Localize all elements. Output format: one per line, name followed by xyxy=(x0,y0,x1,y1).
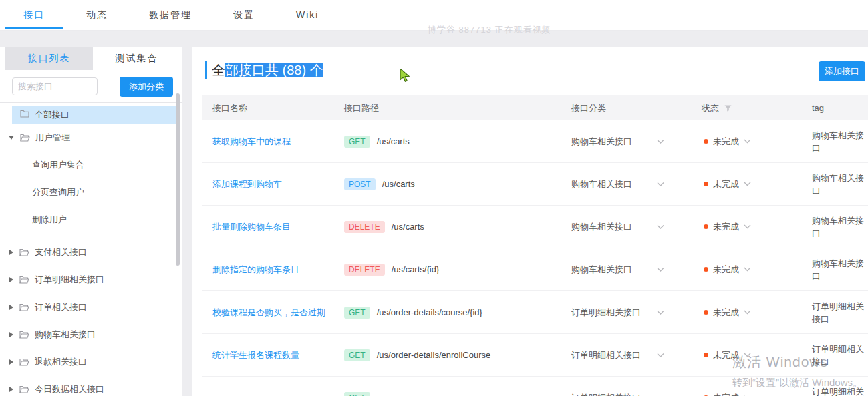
status-label: 未完成 xyxy=(713,264,739,276)
status-dropdown[interactable]: 未完成 xyxy=(704,221,751,233)
tree-group-order-details[interactable]: 订单明细相关接口 xyxy=(0,266,182,293)
nav-tab-interfaces[interactable]: 接口 xyxy=(23,0,45,30)
api-name-link[interactable]: 添加课程到购物车 xyxy=(212,178,282,190)
api-path: /us/order-details/enrollCourse xyxy=(377,350,491,360)
tree-group-label: 订单相关接口 xyxy=(35,301,87,313)
category-chevron-down-icon[interactable] xyxy=(657,353,664,357)
tree-group-orders[interactable]: 订单相关接口 xyxy=(0,293,182,321)
tree-group-cart[interactable]: 购物车相关接口 xyxy=(0,321,182,348)
status-filter-icon[interactable] xyxy=(724,104,732,114)
folder-icon xyxy=(20,110,29,120)
status-dropdown[interactable]: 未完成 xyxy=(704,349,751,361)
caret-right-icon[interactable] xyxy=(9,277,13,282)
tree-child-item[interactable]: 分页查询用户 xyxy=(0,178,182,206)
tree-item-label: 全部接口 xyxy=(35,109,69,121)
status-dot xyxy=(704,353,708,357)
nav-tab-wiki[interactable]: Wiki xyxy=(296,0,319,30)
sidebar-scrollbar-thumb[interactable] xyxy=(176,93,180,266)
method-badge: GET xyxy=(344,349,370,361)
interface-tree: 全部接口用户管理查询用户集合分页查询用户删除用户支付相关接口订单明细相关接口订单… xyxy=(0,103,182,396)
tree-child-item[interactable]: 删除用户 xyxy=(0,206,182,233)
api-path-cell: POST/us/carts xyxy=(344,178,415,190)
caret-right-icon[interactable] xyxy=(9,250,13,255)
api-name-link[interactable]: 统计学生报名课程数量 xyxy=(212,349,299,361)
caret-right-icon[interactable] xyxy=(9,359,13,365)
api-tag: 购物车相关接口 xyxy=(812,129,868,154)
tree-child-item[interactable]: 查询用户集合 xyxy=(0,151,182,178)
folder-icon xyxy=(19,385,29,393)
status-chevron-down-icon[interactable] xyxy=(744,353,751,357)
status-dropdown[interactable]: 未完成 xyxy=(704,307,751,319)
api-category: 购物车相关接口 xyxy=(571,221,632,233)
method-badge: DELETE xyxy=(344,221,385,233)
page-title-selected-text: 部接口共 (88) 个 xyxy=(225,63,323,77)
api-path: /us/carts xyxy=(377,136,410,146)
status-dot xyxy=(704,267,708,272)
add-category-button[interactable]: 添加分类 xyxy=(120,77,173,97)
status-label: 未完成 xyxy=(713,392,739,396)
category-chevron-down-icon[interactable] xyxy=(657,224,664,229)
sidebar: 接口列表 测试集合 添加分类 全部接口用户管理查询用户集合分页查询用户删除用户支… xyxy=(0,47,182,396)
page-title: 全部接口共 (88) 个 xyxy=(212,61,323,79)
nav-tab-dynamics[interactable]: 动态 xyxy=(86,0,108,30)
tree-spacer xyxy=(0,233,182,238)
method-badge: GET xyxy=(344,307,370,319)
caret-right-icon[interactable] xyxy=(9,387,13,392)
category-chevron-down-icon[interactable] xyxy=(657,182,664,186)
status-chevron-down-icon[interactable] xyxy=(744,224,751,229)
api-name-link[interactable]: 获取购物车中的课程 xyxy=(212,136,291,148)
api-row: GET订单明细相关接口未完成订单明细相关接口 xyxy=(202,377,868,396)
tree-group-today-data[interactable]: 今日数据相关接口 xyxy=(0,375,182,396)
category-chevron-down-icon[interactable] xyxy=(657,139,664,144)
api-path-cell: GET/us/order-details/enrollCourse xyxy=(344,349,490,361)
tab-interface-list[interactable]: 接口列表 xyxy=(5,47,93,70)
status-chevron-down-icon[interactable] xyxy=(744,182,751,186)
sidebar-tabs: 接口列表 测试集合 xyxy=(5,47,180,70)
tree-group-refund[interactable]: 退款相关接口 xyxy=(0,348,182,375)
category-chevron-down-icon[interactable] xyxy=(657,267,664,272)
method-badge: GET xyxy=(344,136,370,148)
tree-group-label: 用户管理 xyxy=(35,132,70,144)
api-name-link[interactable]: 批量删除购物车条目 xyxy=(212,221,291,233)
api-name-link[interactable]: 删除指定的购物车条目 xyxy=(212,264,299,276)
tree-group-payment[interactable]: 支付相关接口 xyxy=(0,238,182,266)
tree-group-label: 退款相关接口 xyxy=(35,356,87,368)
api-path-cell: GET/us/carts xyxy=(344,136,410,148)
add-interface-button[interactable]: 添加接口 xyxy=(819,61,865,81)
search-input[interactable] xyxy=(12,77,98,95)
tab-test-collection[interactable]: 测试集合 xyxy=(93,47,180,70)
table-rows: 获取购物车中的课程GET/us/carts购物车相关接口未完成购物车相关接口添加… xyxy=(202,120,868,396)
nav-tab-data-management[interactable]: 数据管理 xyxy=(149,0,192,30)
status-dropdown[interactable]: 未完成 xyxy=(704,264,751,276)
status-label: 未完成 xyxy=(713,178,739,190)
tree-item-all-interfaces[interactable]: 全部接口 xyxy=(12,106,176,124)
tree-group-users[interactable]: 用户管理 xyxy=(0,124,182,151)
api-path: /us/carts xyxy=(382,179,415,189)
status-chevron-down-icon[interactable] xyxy=(744,310,751,315)
api-row: 统计学生报名课程数量GET/us/order-details/enrollCou… xyxy=(202,334,868,377)
api-path: /us/order-details/course/{id} xyxy=(377,307,482,317)
caret-down-icon[interactable] xyxy=(9,136,14,140)
status-label: 未完成 xyxy=(713,349,739,361)
status-chevron-down-icon[interactable] xyxy=(744,267,751,272)
nav-tab-settings[interactable]: 设置 xyxy=(233,0,255,30)
status-dot xyxy=(704,310,708,315)
status-dropdown[interactable]: 未完成 xyxy=(704,136,751,148)
api-name-link[interactable]: 校验课程是否购买，是否过期 xyxy=(212,307,325,319)
method-badge: GET xyxy=(344,392,370,396)
api-category: 购物车相关接口 xyxy=(571,136,632,148)
status-dropdown[interactable]: 未完成 xyxy=(704,178,751,190)
caret-right-icon[interactable] xyxy=(9,332,13,337)
api-path: /us/carts xyxy=(392,222,424,232)
status-dropdown[interactable]: 未完成 xyxy=(704,392,751,396)
api-path-cell: GET xyxy=(344,392,370,396)
caret-right-icon[interactable] xyxy=(9,305,13,310)
title-accent-bar xyxy=(205,61,207,79)
api-row: 批量删除购物车条目DELETE/us/carts购物车相关接口未完成购物车相关接… xyxy=(202,206,868,248)
api-tag: 购物车相关接口 xyxy=(812,172,868,197)
header-tag: tag xyxy=(812,95,824,120)
category-chevron-down-icon[interactable] xyxy=(657,310,664,315)
status-chevron-down-icon[interactable] xyxy=(744,139,751,144)
header-path: 接口路径 xyxy=(344,95,379,120)
header-name: 接口名称 xyxy=(212,95,247,120)
